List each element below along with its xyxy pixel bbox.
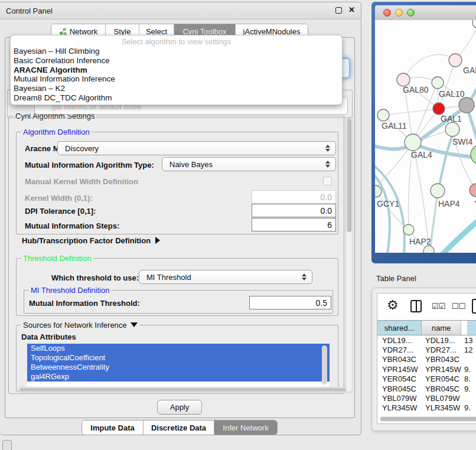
mi-threshold-field[interactable] xyxy=(249,296,331,309)
column-header-name[interactable]: name xyxy=(422,321,461,335)
network-node[interactable] xyxy=(377,109,389,121)
network-node[interactable] xyxy=(375,185,382,197)
which-threshold-select[interactable]: MI Threshold xyxy=(139,270,312,284)
attribute-list-item[interactable]: BetweennessCentrality xyxy=(27,363,330,372)
mi-type-value: Naive Bayes xyxy=(162,160,322,169)
network-node[interactable] xyxy=(445,122,459,136)
network-node-label: HAP2 xyxy=(409,237,431,246)
data-attributes-label: Data Attributes xyxy=(21,332,76,341)
data-attributes-list: SelfLoopsTopologicalCoefficientBetweenne… xyxy=(27,344,330,388)
network-icon xyxy=(59,28,67,35)
settings-hscrollbar[interactable] xyxy=(18,387,353,393)
kernel-width-field[interactable] xyxy=(252,190,336,204)
close-icon[interactable] xyxy=(383,9,391,17)
network-node[interactable] xyxy=(405,134,421,151)
table-hscrollbar[interactable] xyxy=(380,416,476,422)
table-cell: 13 xyxy=(463,336,476,345)
attributes-scrollbar[interactable] xyxy=(322,345,327,384)
network-node-label: GAL10 xyxy=(439,89,465,99)
network-node[interactable] xyxy=(431,184,445,198)
network-node[interactable] xyxy=(471,145,476,165)
network-node[interactable] xyxy=(403,224,414,235)
settings-vscrollbar[interactable] xyxy=(345,117,353,393)
network-node-label: GAL4 xyxy=(411,150,432,159)
algorithm-option[interactable]: Bayesian – Hill Climbing xyxy=(11,47,342,56)
hub-factor-section[interactable]: Hub/Transcription Factor Definition xyxy=(22,236,160,245)
table-row[interactable]: YDR27...YDR27...12 xyxy=(377,345,476,354)
mi-algorithm-type-select[interactable]: Naive Bayes xyxy=(162,157,336,171)
network-node-label: SWI4 xyxy=(452,137,472,146)
table-cell: YIL052C xyxy=(422,413,463,415)
kernel-width-label: Kernel Width (0,1): xyxy=(25,194,93,203)
mi-steps-field[interactable] xyxy=(252,218,336,231)
table-row[interactable]: YER054CYER054C8. xyxy=(377,374,476,384)
tab-discretize-data[interactable]: Discretize Data xyxy=(144,420,214,435)
column-header-shared-name[interactable]: shared... xyxy=(377,321,422,335)
collapse-down-icon[interactable] xyxy=(131,322,138,327)
select-all-checkboxes-icon[interactable]: ☑☑ xyxy=(432,302,445,311)
sources-title-label: Sources for Network Inference xyxy=(23,321,127,330)
grid-icon[interactable] xyxy=(2,440,12,450)
table-cell: YBR045C xyxy=(377,384,422,393)
network-node[interactable] xyxy=(459,97,474,113)
tab-infer-network[interactable]: Infer Network xyxy=(214,420,277,435)
tab-impute-data[interactable]: Impute Data xyxy=(82,420,144,435)
algorithm-option[interactable]: Dream8 DC_TDC Algorithm xyxy=(11,93,342,103)
network-canvas[interactable]: GALGAL80GAL10GAL1GAL11GAL4SWI4GCY1HAP4YH… xyxy=(375,20,476,253)
network-view-window: GALGAL80GAL10GAL1GAL11GAL4SWI4GCY1HAP4YH… xyxy=(371,2,476,263)
network-node[interactable] xyxy=(472,20,476,28)
aracne-mode-select[interactable]: Discovery xyxy=(57,141,336,155)
table-row[interactable]: YPR145WYPR145W9. xyxy=(377,364,476,374)
attribute-list-item[interactable]: TopologicalCoefficient xyxy=(27,353,330,363)
table-row[interactable]: YIL052CYIL052C9 xyxy=(377,413,476,415)
table-cell: YPR145W xyxy=(422,365,463,374)
deselect-all-checkboxes-icon[interactable]: ☐☐ xyxy=(452,302,465,311)
algorithm-option[interactable]: Basic Correlation Inference xyxy=(11,56,342,66)
dpi-tolerance-field[interactable] xyxy=(252,204,336,217)
table-cell: 8. xyxy=(463,374,476,383)
algorithm-option[interactable]: Mutual Information Inference xyxy=(11,74,342,84)
table-row[interactable]: YBL079WYBL079W xyxy=(377,393,476,403)
float-window-icon[interactable] xyxy=(335,7,342,14)
attribute-list-item[interactable]: gal4RGexp xyxy=(27,372,330,381)
table-row[interactable]: YBR045CYBR045C9. xyxy=(377,384,476,393)
table-cell: 12 xyxy=(463,345,476,354)
table-cell: YDL19... xyxy=(422,336,463,345)
which-threshold-label: Which threshold to use: xyxy=(51,273,139,282)
control-panel-titlebar: Control Panel ✕ xyxy=(0,2,361,19)
apply-button[interactable]: Apply xyxy=(157,400,202,415)
table-cell: YLR345W xyxy=(422,403,463,412)
expand-right-icon[interactable] xyxy=(155,237,160,244)
close-icon[interactable]: ✕ xyxy=(348,5,355,14)
table-row[interactable]: YLR345WYLR345W9. xyxy=(377,403,476,413)
export-table-icon[interactable] xyxy=(472,299,476,314)
gear-icon[interactable]: ⚙ xyxy=(387,298,399,313)
network-node[interactable] xyxy=(423,246,434,253)
control-panel-title: Control Panel xyxy=(6,6,53,15)
sources-title[interactable]: Sources for Network Inference xyxy=(21,321,139,330)
attribute-list-item[interactable]: SelfLoops xyxy=(27,344,330,353)
table-row[interactable]: YDL19...YDL19...13 xyxy=(377,335,476,345)
combo-arrows-icon xyxy=(322,161,335,168)
table-panel-window: ⚙ ☑☑ ☐☐ shared... name YDL19...YDL19...1… xyxy=(371,288,476,431)
network-node[interactable] xyxy=(397,73,410,86)
table-panel-title: Table Panel xyxy=(376,274,416,283)
table-cell: YDR27... xyxy=(422,345,463,354)
network-node-label: GCY1 xyxy=(377,199,399,208)
column-header-partial[interactable] xyxy=(467,321,476,335)
table-row[interactable]: YBR043CYBR043C xyxy=(377,355,476,364)
column-layout-icon[interactable] xyxy=(410,300,422,312)
minimize-icon[interactable] xyxy=(395,9,403,17)
table-cell: YPR145W xyxy=(377,365,422,374)
manual-kernel-checkbox[interactable] xyxy=(323,177,332,185)
network-node[interactable] xyxy=(432,77,444,89)
algorithm-option[interactable]: Bayesian – K2 xyxy=(11,84,342,93)
network-node[interactable] xyxy=(449,54,462,67)
algorithm-option[interactable]: ARACNE Algorithm xyxy=(11,66,342,75)
table-cell: YIL052C xyxy=(377,413,422,415)
maximize-icon[interactable] xyxy=(407,9,415,17)
network-node[interactable] xyxy=(470,184,476,197)
mi-threshold-label: Mutual Information Threshold: xyxy=(29,299,140,308)
network-node[interactable] xyxy=(433,103,445,115)
threshold-definition-box: Threshold Definition Which threshold to … xyxy=(16,258,338,316)
